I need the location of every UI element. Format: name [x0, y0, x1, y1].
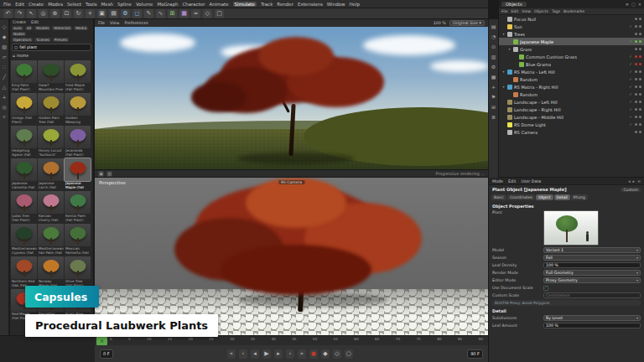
undo-icon[interactable]: ↶ — [3, 9, 13, 18]
enabled-check-icon[interactable]: ✓ — [628, 54, 633, 59]
editor-visibility-dot[interactable] — [635, 63, 637, 65]
object-menu-item[interactable]: View — [522, 9, 531, 13]
custom-button[interactable]: Custom — [621, 188, 641, 192]
attribute-tab[interactable]: Phong — [571, 194, 588, 200]
safe-frame-icon[interactable]: ▦ — [491, 73, 497, 80]
editor-visibility-dot[interactable] — [635, 25, 637, 28]
move-icon[interactable]: ⊕ — [50, 9, 60, 18]
keyframe-scale-icon[interactable]: ◇ — [333, 349, 341, 359]
object-row[interactable]: ▾ Grass — [499, 45, 644, 53]
enabled-check-icon[interactable]: ✓ — [628, 62, 633, 66]
menu-item[interactable]: Simulate — [233, 2, 257, 7]
attribute-tab[interactable]: Detail — [554, 194, 570, 200]
menu-item[interactable]: Spline — [117, 2, 132, 7]
enabled-check-icon[interactable]: ✓ — [628, 100, 633, 104]
timeline-playhead[interactable]: 0 — [96, 337, 107, 345]
history-forward-icon[interactable]: ▸ — [633, 179, 635, 184]
cursor-icon[interactable]: ↖ — [27, 9, 36, 18]
object-row[interactable]: ▾ Trees — [499, 30, 644, 38]
viewport-solo-icon[interactable]: ◎ — [1, 103, 8, 110]
live-selection-icon[interactable]: ◎ — [39, 9, 48, 18]
render-visibility-dot[interactable] — [639, 93, 641, 96]
render-view-menu-item[interactable]: View — [110, 21, 119, 25]
enable-axis-icon[interactable]: + — [1, 93, 8, 100]
render-visibility-dot[interactable] — [639, 78, 641, 80]
spline-icon[interactable]: ∿ — [156, 9, 165, 18]
object-row[interactable]: Blue Grama ✓ — [499, 60, 644, 68]
enabled-check-icon[interactable]: ✓ — [628, 122, 633, 127]
edge-mode-icon[interactable]: ╱ — [1, 73, 8, 80]
plant-item[interactable]: Field Maple (Fall Plant) — [65, 60, 91, 92]
asset-menu-item[interactable]: Create — [13, 20, 26, 24]
layout-icon[interactable]: ▢ — [215, 9, 224, 18]
fields-icon[interactable]: ◇ — [203, 9, 212, 18]
menu-item[interactable]: Tools — [86, 2, 97, 7]
object-row[interactable]: Random ✓ — [499, 90, 644, 98]
rotate-icon[interactable]: ↻ — [74, 9, 83, 18]
plant-item[interactable]: Kanzan Cherry (Fall Plant) — [38, 191, 64, 223]
object-menu-item[interactable]: Edit — [512, 9, 519, 13]
editor-visibility-dot[interactable] — [635, 48, 637, 50]
viewport-label[interactable]: Perspective — [99, 180, 126, 185]
render-visibility-dot[interactable] — [639, 85, 641, 88]
menu-item[interactable]: File — [3, 2, 11, 7]
menu-item[interactable]: Render — [277, 2, 293, 7]
leaf-amount-field[interactable]: 100 % — [543, 323, 641, 328]
use-document-scale-checkbox[interactable]: ✓ — [543, 286, 548, 291]
object-row[interactable]: ▾ RS Matrix - Right Hill ✓ — [499, 83, 644, 90]
go-to-start-icon[interactable]: « — [227, 349, 236, 359]
enabled-check-icon[interactable]: ✓ — [628, 77, 633, 81]
object-row[interactable]: Japanese Maple ✓ — [499, 38, 644, 45]
render-visibility-dot[interactable] — [639, 33, 641, 35]
volume-icon[interactable]: ▦ — [179, 9, 189, 18]
display-mode-icon[interactable]: ⊙ — [491, 43, 497, 49]
render-visibility-dot[interactable] — [639, 18, 641, 20]
plant-item[interactable]: Japanese Larch (Fall Plant) — [38, 158, 64, 190]
render-visibility-dot[interactable] — [639, 108, 641, 111]
expand-arrow-icon[interactable]: ▾ — [501, 85, 506, 89]
tab-objects[interactable]: Objects — [501, 2, 527, 7]
attribute-tab[interactable]: Basic — [491, 194, 506, 200]
editor-visibility-dot[interactable] — [635, 78, 637, 80]
plant-item[interactable]: King Palm (Fall Plant) — [11, 60, 37, 92]
render-view-menu-item[interactable]: Preferences — [124, 21, 148, 25]
plant-item[interactable]: Japanese Camellia (Fall Plant) — [11, 158, 37, 190]
keyframe-position-icon[interactable]: ◆ — [321, 349, 330, 359]
asset-filter-chip[interactable]: Models — [34, 26, 50, 30]
zoom-level[interactable]: 100 % — [434, 21, 446, 25]
pen-icon[interactable]: ✎ — [144, 9, 153, 18]
plant-item[interactable]: Japanese Maple (Fall Plant) — [65, 158, 91, 190]
editor-visibility-dot[interactable] — [635, 55, 637, 58]
bookmark-icon[interactable]: ⚑ — [491, 93, 497, 100]
previous-key-icon[interactable]: ‹ — [239, 349, 247, 359]
panel-menu-icon[interactable]: ≡ — [637, 179, 641, 184]
plant-item[interactable]: Kentia Palm (Fall Plant) — [65, 191, 91, 223]
section-object-properties[interactable]: Object Properties — [489, 202, 644, 209]
editor-visibility-dot[interactable] — [635, 40, 637, 43]
menu-item[interactable]: Volume — [136, 2, 153, 7]
object-row[interactable]: Landscape - Right Hill ✓ — [499, 106, 644, 113]
attribute-mode-item[interactable]: Edit — [508, 179, 516, 184]
plant-item[interactable]: Northern Red Oak (Fall Plant) — [11, 256, 37, 288]
end-frame-field[interactable]: 90 F — [467, 349, 483, 359]
asset-filter-chip[interactable]: Media — [74, 26, 88, 30]
asset-filter-chip[interactable]: Operators — [12, 38, 33, 42]
subdivision-surface-icon[interactable]: ⊞ — [168, 9, 177, 18]
editor-visibility-dot[interactable] — [635, 70, 637, 73]
menu-item[interactable]: Mesh — [101, 2, 113, 7]
menu-item[interactable]: Create — [29, 2, 44, 7]
make-editable-icon[interactable]: ◇ — [1, 23, 8, 29]
enabled-check-icon[interactable]: ✓ — [628, 107, 633, 111]
object-row[interactable]: RS Camera — [499, 128, 644, 136]
asset-filter-chip[interactable]: Scenes — [34, 38, 50, 42]
record-icon[interactable]: ● — [309, 349, 318, 359]
attribute-tab[interactable]: Object — [536, 194, 553, 200]
grid-icon[interactable]: ⊞ — [491, 103, 497, 110]
scale-icon[interactable]: ⊡ — [62, 9, 71, 18]
editor-visibility-dot[interactable] — [635, 116, 637, 118]
leaf-density-field[interactable]: 100 % — [543, 262, 641, 268]
object-row[interactable]: Landscape - Middle Hill ✓ — [499, 113, 644, 121]
menu-item[interactable]: Window — [327, 2, 345, 7]
render-visibility-dot[interactable] — [639, 40, 641, 43]
plant-item[interactable]: Olive Tree (Fall Plant) — [65, 256, 91, 288]
